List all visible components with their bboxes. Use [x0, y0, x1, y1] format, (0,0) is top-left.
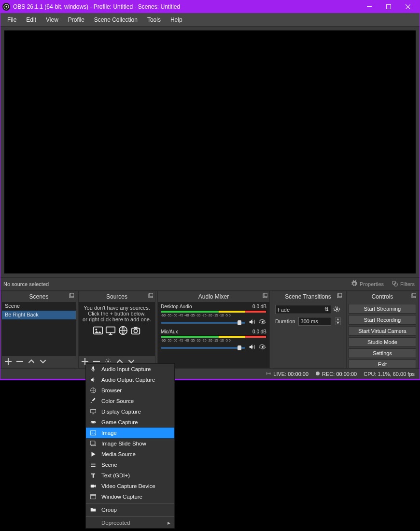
menu-scene-collection[interactable]: Scene Collection [90, 14, 141, 25]
minimize-button[interactable] [360, 0, 379, 13]
start-streaming-button[interactable]: Start Streaming [349, 304, 416, 314]
svg-point-27 [268, 373, 269, 374]
transitions-header: Scene Transitions [272, 291, 344, 302]
scenes-list[interactable]: Scene Be Right Back [2, 302, 76, 356]
menu-help[interactable]: Help [167, 14, 186, 25]
camera-icon [130, 325, 141, 337]
scene-item[interactable]: Scene [2, 302, 76, 311]
cpu-indicator: CPU: 1.1%, 60.00 fps [364, 371, 415, 377]
svg-point-21 [262, 346, 264, 348]
gear-icon[interactable] [259, 318, 266, 327]
filters-button[interactable]: Filters [390, 279, 417, 289]
track-level: 0.0 dB [252, 329, 266, 334]
menubar: File Edit View Profile Scene Collection … [0, 13, 420, 27]
start-virtual-camera-button[interactable]: Start Virtual Camera [349, 326, 416, 336]
obs-logo-icon [2, 3, 10, 11]
svg-point-24 [336, 308, 338, 310]
scenes-panel: Scenes Scene Be Right Back [1, 291, 76, 368]
source-toolbar: No source selected Properties Filters [0, 277, 420, 291]
menu-image-slide-show[interactable]: Image Slide Show [86, 438, 174, 449]
svg-rect-37 [90, 441, 95, 445]
exit-button[interactable]: Exit [349, 359, 416, 368]
volume-slider[interactable] [161, 347, 245, 349]
menu-media-source[interactable]: Media Source [86, 449, 174, 459]
preview-area [0, 27, 420, 277]
dock-icon[interactable] [148, 293, 153, 300]
speaker-icon[interactable] [248, 318, 256, 327]
svg-rect-3 [387, 5, 391, 9]
menu-browser[interactable]: Browser [86, 385, 174, 396]
preview-canvas[interactable] [4, 30, 416, 273]
svg-rect-34 [91, 431, 96, 435]
menu-audio-input-capture[interactable]: Audio Input Capture [86, 364, 174, 374]
settings-button[interactable]: Settings [349, 348, 416, 358]
track-name: Desktop Audio [161, 304, 192, 309]
svg-point-20 [262, 321, 264, 323]
menu-window-capture[interactable]: Window Capture [86, 491, 174, 502]
rec-indicator: REC: 00:00:00 [315, 371, 357, 377]
sources-header: Sources [79, 291, 155, 302]
menu-image[interactable]: Image [86, 428, 174, 438]
menu-group[interactable]: Group [86, 504, 174, 515]
gear-icon [351, 280, 358, 288]
menu-profile[interactable]: Profile [64, 14, 88, 25]
duration-input[interactable]: 300 ms [298, 317, 331, 326]
menu-edit[interactable]: Edit [22, 14, 40, 25]
brush-icon [90, 398, 97, 404]
speaker-icon[interactable] [248, 343, 256, 352]
menu-game-capture[interactable]: Game Capture [86, 417, 174, 428]
text-icon [90, 472, 97, 479]
menu-text-gdi[interactable]: Text (GDI+) [86, 470, 174, 481]
start-recording-button[interactable]: Start Recording [349, 315, 416, 325]
menu-display-capture[interactable]: Display Capture [86, 406, 174, 417]
menu-tools[interactable]: Tools [143, 14, 165, 25]
docks: Scenes Scene Be Right Back Sources You d… [0, 291, 420, 368]
duration-label: Duration [275, 318, 295, 324]
gear-icon[interactable] [333, 305, 341, 314]
add-scene-button[interactable] [5, 358, 12, 366]
filters-icon [392, 280, 398, 288]
sources-empty-icons [93, 325, 141, 337]
menu-view[interactable]: View [42, 14, 62, 25]
menu-audio-output-capture[interactable]: Audio Output Capture [86, 374, 174, 385]
window-icon [90, 493, 97, 500]
dock-icon[interactable] [411, 293, 416, 300]
maximize-button[interactable] [379, 0, 398, 13]
sources-empty-line: You don't have any sources. [84, 305, 150, 311]
spin-buttons[interactable]: ▲▼ [335, 317, 341, 325]
menu-color-source[interactable]: Color Source [86, 396, 174, 406]
chevron-right-icon: ▸ [168, 519, 170, 526]
scene-item-selected[interactable]: Be Right Back [2, 311, 76, 319]
track-level: 0.0 dB [252, 304, 266, 309]
svg-point-28 [316, 372, 320, 375]
svg-rect-39 [91, 494, 96, 499]
dock-icon[interactable] [263, 293, 267, 300]
sources-list[interactable]: You don't have any sources. Click the + … [79, 302, 155, 356]
sources-empty-line: or right click here to add one. [83, 316, 151, 322]
studio-mode-button[interactable]: Studio Mode [349, 337, 416, 347]
remove-scene-button[interactable] [16, 358, 23, 366]
scene-up-button[interactable] [28, 358, 35, 366]
svg-rect-9 [150, 293, 153, 297]
menu-video-capture-device[interactable]: Video Capture Device [86, 481, 174, 491]
dock-icon[interactable] [69, 293, 74, 300]
broadcast-icon [266, 371, 271, 377]
monitor-icon [105, 325, 116, 337]
scene-down-button[interactable] [40, 358, 46, 366]
properties-button[interactable]: Properties [349, 279, 386, 289]
folder-icon [90, 506, 97, 513]
dock-icon[interactable] [337, 293, 342, 300]
mic-icon [90, 366, 97, 373]
menu-deprecated[interactable]: Deprecated▸ [86, 517, 174, 528]
svg-rect-16 [134, 327, 137, 329]
controls-body: Start Streaming Start Recording Start Vi… [347, 302, 418, 368]
svg-point-15 [134, 329, 137, 332]
close-button[interactable] [398, 0, 418, 13]
gear-icon[interactable] [259, 343, 266, 352]
transition-select[interactable]: Fade ⇅ [275, 305, 331, 314]
volume-slider[interactable] [161, 322, 245, 324]
menu-scene[interactable]: Scene [86, 459, 174, 470]
audio-meter [161, 310, 266, 313]
meter-ticks: -60 -55 -50 -45 -40 -35 -30 -25 -20 -15 … [161, 314, 266, 317]
menu-file[interactable]: File [3, 14, 20, 25]
